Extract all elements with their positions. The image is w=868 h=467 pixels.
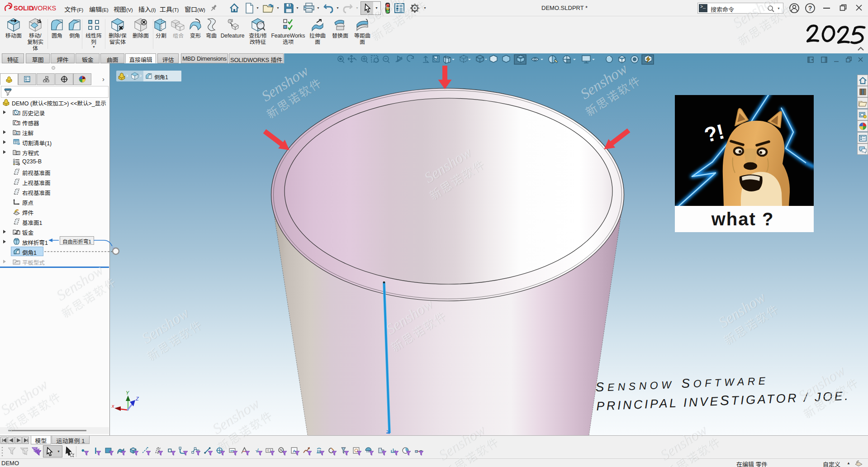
svg-text:A: A: [15, 132, 18, 135]
svg-text:Σ: Σ: [16, 152, 18, 155]
svg-text:Y: Y: [126, 390, 129, 396]
svg-text:A: A: [293, 448, 296, 453]
svg-text:KL: KL: [17, 143, 20, 145]
svg-text:SOLID: SOLID: [14, 5, 33, 12]
svg-text:?: ?: [808, 5, 812, 12]
svg-text:√: √: [256, 448, 259, 453]
svg-text:N: N: [280, 448, 282, 452]
svg-text:Z: Z: [135, 396, 139, 401]
svg-text:WORKS: WORKS: [32, 5, 57, 12]
svg-text:x: x: [111, 403, 114, 409]
svg-text:what ?: what ?: [711, 209, 774, 229]
